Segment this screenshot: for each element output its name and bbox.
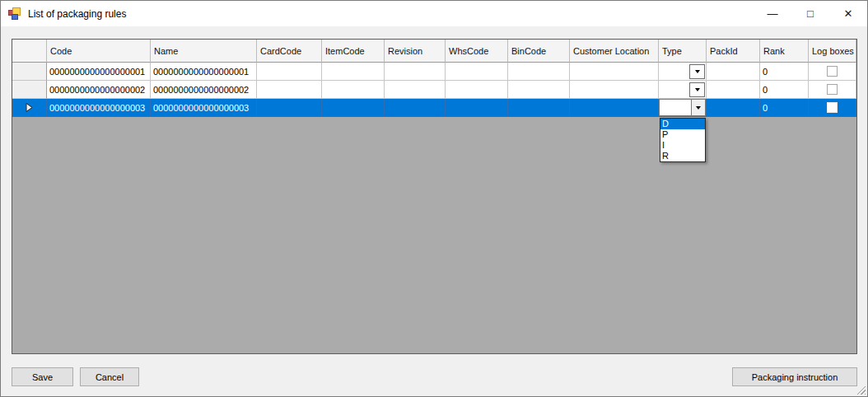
type-combobox-field[interactable] xyxy=(660,100,691,115)
column-header-bincode[interactable]: BinCode xyxy=(508,40,570,63)
row-header[interactable] xyxy=(12,99,47,117)
column-header-cardcode[interactable]: CardCode xyxy=(257,40,322,63)
cell-customer_location[interactable] xyxy=(570,81,659,99)
type-option-D[interactable]: D xyxy=(660,119,705,129)
table-row: 000000000000000000100000000000000000010 xyxy=(12,63,856,81)
window-controls: — □ ✕ xyxy=(754,1,867,26)
type-option-P[interactable]: P xyxy=(660,129,705,140)
column-header-code[interactable]: Code xyxy=(47,40,151,63)
cell-itemcode[interactable] xyxy=(322,63,385,81)
cell-cardcode[interactable] xyxy=(257,63,322,81)
chevron-down-icon[interactable] xyxy=(689,82,705,97)
cell-packid[interactable] xyxy=(707,63,760,81)
cell-customer_location[interactable] xyxy=(570,99,659,117)
cell-packid[interactable] xyxy=(707,99,760,117)
log-boxes-cell[interactable] xyxy=(809,63,856,81)
cell-whscode[interactable] xyxy=(446,63,508,81)
log-boxes-checkbox[interactable] xyxy=(827,84,838,95)
log-boxes-cell[interactable] xyxy=(809,99,856,117)
cell-packid[interactable] xyxy=(707,81,760,99)
log-boxes-cell[interactable] xyxy=(809,81,856,99)
type-combobox[interactable] xyxy=(659,99,707,117)
cell-name[interactable]: 0000000000000000002 xyxy=(151,81,257,99)
chevron-down-icon[interactable] xyxy=(689,64,705,79)
cell-code[interactable]: 0000000000000000003 xyxy=(47,99,151,117)
type-combobox-open[interactable] xyxy=(659,99,706,116)
cell-whscode[interactable] xyxy=(446,99,508,117)
type-dropdown-list: DPIR xyxy=(660,118,706,162)
column-header-type[interactable]: Type xyxy=(659,40,707,63)
chevron-down-icon[interactable] xyxy=(691,100,705,115)
window-title: List of packaging rules xyxy=(28,8,126,20)
maximize-button[interactable]: □ xyxy=(791,1,829,26)
column-header-rowheader[interactable] xyxy=(12,40,47,63)
column-header-packid[interactable]: PackId xyxy=(707,40,760,63)
cell-name[interactable]: 0000000000000000001 xyxy=(151,63,257,81)
cancel-button[interactable]: Cancel xyxy=(80,367,139,386)
cell-itemcode[interactable] xyxy=(322,99,385,117)
cell-whscode[interactable] xyxy=(446,81,508,99)
column-header-revision[interactable]: Revision xyxy=(385,40,446,63)
grid-header-row: CodeNameCardCodeItemCodeRevisionWhsCodeB… xyxy=(12,40,856,63)
cell-customer_location[interactable] xyxy=(570,63,659,81)
type-option-I[interactable]: I xyxy=(660,140,705,151)
table-row: 000000000000000000200000000000000000020 xyxy=(12,81,856,99)
titlebar: List of packaging rules — □ ✕ xyxy=(1,1,867,26)
cell-code[interactable]: 0000000000000000001 xyxy=(47,63,151,81)
cell-code[interactable]: 0000000000000000002 xyxy=(47,81,151,99)
minimize-button[interactable]: — xyxy=(754,1,791,26)
cell-cardcode[interactable] xyxy=(257,99,322,117)
cell-revision[interactable] xyxy=(385,81,446,99)
packaging-rules-grid: CodeNameCardCodeItemCodeRevisionWhsCodeB… xyxy=(12,39,857,354)
column-header-customer_location[interactable]: Customer Location xyxy=(570,40,659,63)
cell-rank[interactable]: 0 xyxy=(760,99,809,117)
cell-revision[interactable] xyxy=(385,63,446,81)
close-button[interactable]: ✕ xyxy=(829,1,867,26)
grid-body: 0000000000000000001000000000000000000100… xyxy=(12,63,856,117)
column-header-itemcode[interactable]: ItemCode xyxy=(322,40,385,63)
log-boxes-checkbox[interactable] xyxy=(827,102,838,113)
cell-revision[interactable] xyxy=(385,99,446,117)
column-header-name[interactable]: Name xyxy=(151,40,257,63)
save-button[interactable]: Save xyxy=(12,367,73,386)
packaging-instruction-button[interactable]: Packaging instruction xyxy=(732,367,857,386)
log-boxes-checkbox[interactable] xyxy=(827,66,838,77)
row-header[interactable] xyxy=(12,63,47,81)
row-header[interactable] xyxy=(12,81,47,99)
app-icon xyxy=(8,7,21,21)
type-option-R[interactable]: R xyxy=(660,151,705,161)
cell-bincode[interactable] xyxy=(508,63,570,81)
table-row: 000000000000000000300000000000000000030 xyxy=(12,99,856,117)
cell-bincode[interactable] xyxy=(508,99,570,117)
cell-itemcode[interactable] xyxy=(322,81,385,99)
column-header-log_boxes[interactable]: Log boxes xyxy=(809,40,856,63)
type-combobox[interactable] xyxy=(659,63,707,81)
cell-rank[interactable]: 0 xyxy=(760,81,809,99)
cell-name[interactable]: 0000000000000000003 xyxy=(151,99,257,117)
current-row-indicator-icon xyxy=(26,103,33,112)
cell-cardcode[interactable] xyxy=(257,81,322,99)
column-header-whscode[interactable]: WhsCode xyxy=(446,40,508,63)
packaging-rules-window: List of packaging rules — □ ✕ CodeNameCa… xyxy=(0,0,868,397)
cell-bincode[interactable] xyxy=(508,81,570,99)
type-combobox[interactable] xyxy=(659,81,707,99)
column-header-rank[interactable]: Rank xyxy=(760,40,809,63)
cell-rank[interactable]: 0 xyxy=(760,63,809,81)
